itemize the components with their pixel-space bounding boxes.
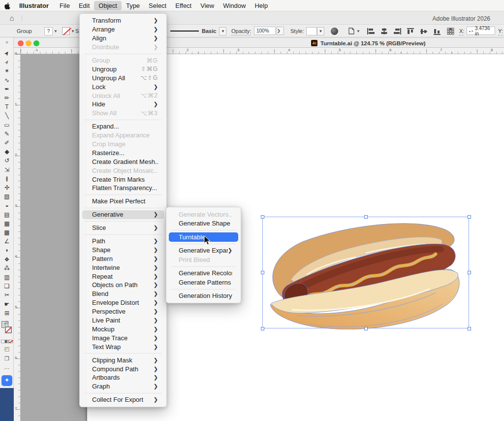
menu-item-arrange[interactable]: Arrange❯ [82, 25, 164, 34]
submenu-item-generation-history[interactable]: Generation History [169, 291, 238, 301]
eyedropper-tool-icon[interactable]: ◗ [0, 246, 14, 255]
menu-item-mockup[interactable]: Mockup❯ [82, 325, 164, 334]
chevron-down-icon[interactable]: ▼ [317, 27, 324, 35]
menu-item-path[interactable]: Path❯ [82, 237, 164, 246]
menu-item-intertwine[interactable]: Intertwine❯ [82, 263, 164, 272]
color-button[interactable] [1, 340, 5, 343]
artboard-tool-icon[interactable]: ❏ [0, 282, 14, 291]
menubar-item-view[interactable]: View [196, 1, 219, 10]
pen-tool-icon[interactable]: ✒ [0, 85, 14, 94]
column-graph-tool-icon[interactable]: ▥ [0, 273, 14, 282]
none-swatch-icon[interactable] [62, 27, 70, 35]
fill-swatch-dropdown[interactable]: ?▼ [44, 27, 58, 35]
horizontal-align-right-icon[interactable] [393, 28, 402, 35]
menubar-app-name[interactable]: Illustrator [15, 1, 53, 10]
menubar-item-select[interactable]: Select [144, 1, 171, 10]
type-tool-icon[interactable]: T [0, 103, 14, 112]
selection-tool-icon[interactable]: ➤ [0, 49, 14, 58]
menubar-item-type[interactable]: Type [122, 1, 144, 10]
shape-builder-tool-icon[interactable]: ◒ [0, 201, 14, 210]
stroke-swatch-dropdown[interactable]: ▼ [62, 27, 75, 35]
menu-item-artboards[interactable]: Artboards❯ [82, 373, 164, 382]
menu-item-objects-on-path[interactable]: Objects on Path❯ [82, 281, 164, 290]
puppet-warp-tool-icon[interactable]: ✣ [0, 184, 14, 193]
selection-handle[interactable] [261, 327, 264, 330]
menu-item-image-trace[interactable]: Image Trace❯ [82, 333, 164, 342]
menu-item-generative[interactable]: Generative❯ [82, 210, 164, 219]
symbol-sprayer-tool-icon[interactable]: ⁂ [0, 264, 14, 273]
hotdog-artwork[interactable] [262, 215, 469, 329]
more-tools-icon[interactable]: ⋯ [0, 365, 14, 372]
menu-item-compound-path[interactable]: Compound Path❯ [82, 364, 164, 373]
vertical-align-bottom-icon[interactable] [433, 28, 441, 35]
direct-selection-tool-icon[interactable]: ➢ [0, 58, 14, 67]
chevron-down-icon[interactable]: ▼ [219, 27, 226, 35]
toolbar-overflow-icon[interactable]: » [0, 39, 14, 45]
menu-item-rasterize[interactable]: Rasterize... [82, 148, 164, 157]
hand-tool-icon[interactable]: ☛ [0, 300, 14, 309]
perspective-grid-tool-icon[interactable]: ▤ [0, 211, 14, 220]
selection-handle[interactable] [468, 327, 471, 330]
menubar-item-object[interactable]: Object [94, 1, 122, 10]
selection-handle[interactable] [364, 327, 368, 330]
width-tool-icon[interactable]: ≬ [0, 175, 14, 184]
menubar-item-file[interactable]: File [55, 1, 74, 10]
pasteboard[interactable] [21, 54, 87, 421]
menu-item-live-paint[interactable]: Live Paint❯ [82, 316, 164, 325]
lasso-tool-icon[interactable]: ∿ [0, 76, 14, 85]
menu-item-create-trim-marks[interactable]: Create Trim Marks [82, 175, 164, 184]
menu-item-envelope-distort[interactable]: Envelope Distort❯ [82, 298, 164, 307]
stepper-icon[interactable]: ▲▼ [469, 30, 473, 32]
selection-handle[interactable] [468, 271, 471, 274]
shaper-tool-icon[interactable]: ✐ [0, 139, 14, 148]
free-transform-tool-icon[interactable]: ▧ [0, 193, 14, 201]
menu-item-flatten-transparency[interactable]: Flatten Transparency... [82, 184, 164, 193]
mesh-tool-icon[interactable]: ▦ [0, 220, 14, 228]
vertical-align-center-icon[interactable] [420, 28, 428, 35]
menubar-item-effect[interactable]: Effect [171, 1, 196, 10]
fill-swatch-icon[interactable]: ? [44, 27, 53, 35]
selection-handle[interactable] [261, 271, 264, 274]
selection-handle[interactable] [364, 215, 368, 219]
style-dropdown[interactable]: ▼ [306, 27, 324, 35]
eraser-tool-icon[interactable]: ◆ [0, 148, 14, 157]
screen-mode-icon[interactable]: ❐ [0, 356, 14, 362]
menubar-item-help[interactable]: Help [250, 1, 272, 10]
gradient-tool-icon[interactable]: ▩ [0, 228, 14, 237]
submenu-item-generative-shape-fill[interactable]: Generative Shape Fill... [169, 219, 238, 228]
minimize-window-button[interactable] [26, 40, 32, 46]
draw-mode-icon[interactable]: ◰ [0, 346, 14, 352]
paintbrush-tool-icon[interactable]: ✎ [0, 130, 14, 139]
stroke-preset-control[interactable]: Basic ▼ [170, 27, 226, 35]
submenu-item-generative-expand[interactable]: Generative Expand❯ [169, 246, 238, 256]
menu-item-graph[interactable]: Graph❯ [82, 382, 164, 391]
close-window-button[interactable] [18, 40, 24, 46]
gradient-button[interactable] [5, 340, 9, 343]
menu-item-repeat[interactable]: Repeat❯ [82, 272, 164, 281]
export-document-icon[interactable]: ▼ [347, 27, 360, 35]
submenu-item-generate-patterns[interactable]: Generate Patterns [169, 278, 238, 287]
line-segment-tool-icon[interactable]: ╲ [0, 112, 14, 121]
print-tiling-tool-icon[interactable]: ⊞ [0, 309, 14, 318]
horizontal-align-center-icon[interactable] [380, 28, 388, 35]
zoom-window-button[interactable] [33, 40, 39, 46]
measure-tool-icon[interactable]: ∠ [0, 237, 14, 246]
x-coordinate-input[interactable]: ▲▼3.4736 in [467, 27, 495, 35]
menu-item-make-pixel-perfect[interactable]: Make Pixel Perfect [82, 197, 164, 206]
submenu-item-generative-recolor[interactable]: Generative Recolor [169, 269, 238, 278]
home-icon[interactable]: ⌂ [6, 14, 18, 22]
menu-item-lock[interactable]: Lock❯ [82, 82, 164, 91]
menu-item-clipping-mask[interactable]: Clipping Mask❯ [82, 356, 164, 364]
vertical-align-top-icon[interactable] [407, 28, 415, 35]
menu-item-expand[interactable]: Expand... [82, 122, 164, 131]
generative-ai-button[interactable]: ✦ [1, 375, 12, 386]
menubar-item-window[interactable]: Window [219, 1, 250, 10]
horizontal-align-left-icon[interactable] [367, 28, 375, 35]
menu-item-perspective[interactable]: Perspective❯ [82, 307, 164, 316]
apple-menu-icon[interactable] [0, 1, 15, 9]
menu-item-collect-for-export[interactable]: Collect For Export❯ [82, 395, 164, 404]
scale-tool-icon[interactable]: ⇲ [0, 166, 14, 175]
menu-item-text-wrap[interactable]: Text Wrap❯ [82, 342, 164, 351]
stroke-indicator[interactable] [5, 326, 12, 333]
menu-item-transform[interactable]: Transform❯ [82, 16, 164, 25]
